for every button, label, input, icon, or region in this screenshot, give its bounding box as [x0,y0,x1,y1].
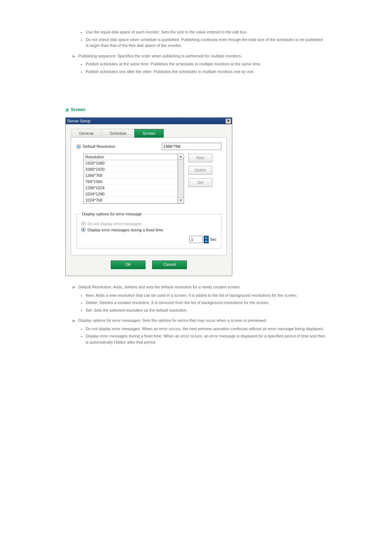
section-heading-screen: Screen [65,107,327,112]
list-item[interactable]: 768*1366 [84,179,177,185]
tab-schedule[interactable]: Schedule [101,129,135,138]
dialog-actions: OK Cancel [71,255,227,271]
delete-button[interactable]: Delete [188,166,212,175]
publishing-sequence-text: Publishing sequence: Specifies the order… [78,53,242,59]
list-item[interactable]: 1366*768 [84,173,177,179]
list-item: Publish schedules at the same time: Publ… [86,61,327,67]
publishing-sub-bullets: Publish schedules at the same time: Publ… [86,61,327,74]
tab-general[interactable]: General [71,129,102,138]
default-resolution-bullets: New: Adds a new resolution that can be u… [86,292,327,313]
list-item: Use the equal disk space of each monitor… [86,29,327,35]
ok-button[interactable]: OK [111,260,146,269]
default-resolution-explain-text: Default Resolution: Adds, deletes and se… [78,284,241,290]
radio-display-fixed[interactable] [81,227,86,232]
intro-bullets: Use the equal disk space of each monitor… [86,29,327,49]
resolution-listbox[interactable]: Resolution 1920*1080 1080*1920 1366*768 … [83,154,178,204]
set-button[interactable]: Set [188,178,212,187]
listbox-scrollbar[interactable]: ▲ ▼ [178,154,184,204]
spinner-up-icon[interactable]: ▲ [204,236,209,240]
list-item: Do not check disk space when schedule is… [86,37,327,49]
list-item: Delete: Deletes a created resolution. It… [86,300,327,306]
seconds-row: ▲ ▼ Sec [81,236,217,243]
tab-screen[interactable]: Screen [134,129,164,138]
default-resolution-input[interactable] [162,143,221,150]
cancel-button[interactable]: Cancel [152,260,187,269]
list-item[interactable]: 1920*1080 [84,160,177,166]
display-options-bullets: Do not display error messages: When an e… [86,326,327,345]
list-item: Do not display error messages: When an e… [86,326,327,332]
option-display-fixed-row[interactable]: Display error messages during a fixed ti… [81,227,217,232]
list-item[interactable]: 1024*1280 [84,191,177,197]
default-resolution-label: Default Resolution [83,144,115,149]
option-no-display-row[interactable]: Do not display error messages [81,221,217,226]
error-message-options-group: Display options for error message Do not… [76,212,221,248]
list-item[interactable]: 1024*768 [84,197,177,203]
server-setup-dialog: Server Setup ✕ General Schedule Screen D… [65,117,232,276]
screen-panel: Default Resolution Resolution 1920*1080 … [71,138,227,255]
list-item: Publish schedules one after the other: P… [86,69,327,75]
resolution-list-header: Resolution [84,154,177,160]
list-item[interactable]: 1080*1920 [84,166,177,173]
new-button[interactable]: New [188,154,212,162]
list-item: Display error messages during a fixed ti… [86,333,327,345]
seconds-spinner[interactable]: ▲ ▼ [204,236,209,243]
publishing-sequence-item: ▶ Publishing sequence: Specifies the ord… [73,53,327,59]
seconds-input[interactable] [189,236,203,243]
default-resolution-explain: ▶ Default Resolution: Adds, deletes and … [73,284,327,290]
arrow-icon: ▶ [73,284,75,290]
dialog-tabs: General Schedule Screen [71,129,227,138]
scroll-up-icon[interactable]: ▲ [178,154,184,160]
display-options-explain: ▶ Display options for error messages: Se… [73,317,327,324]
list-item: Set: Sets the selected resolution as the… [86,307,327,313]
default-resolution-row: Default Resolution [76,143,221,150]
bullet-dot-icon [65,108,69,112]
radio-no-display[interactable] [81,221,86,226]
option-no-display-label: Do not display error messages [87,222,142,226]
error-group-label: Display options for error message [81,212,143,216]
arrow-icon: ▶ [73,53,75,59]
resolution-area: Resolution 1920*1080 1080*1920 1366*768 … [83,154,221,204]
arrow-icon: ▶ [73,318,75,323]
list-item[interactable]: 1280*1024 [84,185,177,191]
option-display-fixed-label: Display error messages during a fixed ti… [87,228,163,232]
seconds-unit-label: Sec [210,237,217,242]
spinner-down-icon[interactable]: ▼ [204,240,209,243]
radio-default-resolution[interactable] [76,144,81,149]
section-heading-label: Screen [71,107,85,112]
list-item: New: Adds a new resolution that can be u… [86,292,327,299]
scroll-down-icon[interactable]: ▼ [178,198,184,203]
dialog-title: Server Setup [67,119,90,123]
close-icon[interactable]: ✕ [225,118,231,124]
dialog-titlebar: Server Setup ✕ [66,118,232,124]
display-options-explain-text: Display options for error messages: Sets… [78,317,267,324]
scroll-track[interactable] [178,160,184,198]
